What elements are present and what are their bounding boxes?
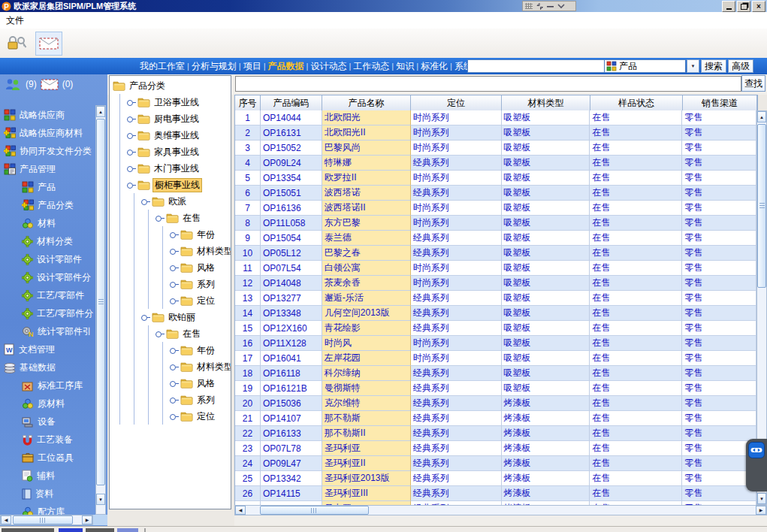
tree-node[interactable]: 卫浴事业线 <box>127 94 231 110</box>
sidebar-item-3[interactable]: 产品管理 <box>0 160 95 178</box>
table-row[interactable]: 3OP15052巴黎风尚时尚系列吸塑板在售零售 <box>235 141 756 156</box>
tree-node[interactable]: 年份 <box>170 342 231 358</box>
tree-node[interactable]: 年份 <box>170 226 231 243</box>
column-header-0[interactable]: 序号 <box>235 95 261 111</box>
sidebar-item-2[interactable]: 协同开发文件分类 <box>0 142 95 160</box>
tree-expander-icon[interactable] <box>127 131 135 140</box>
table-row[interactable]: 11OP07L54白领公寓时尚系列吸塑板在售零售 <box>235 261 756 276</box>
search-category-select[interactable]: 产品 <box>604 59 686 73</box>
tree-node[interactable]: 系列 <box>170 276 231 292</box>
sidebar-item-0[interactable]: 战略供应商 <box>0 106 95 124</box>
table-row[interactable]: 7OP16136波西塔诺II时尚系列吸塑板在售零售 <box>235 201 756 216</box>
column-header-1[interactable]: 产品编码 <box>261 95 322 111</box>
teamviewer-icon[interactable] <box>748 442 765 458</box>
tree-expander-icon[interactable] <box>170 231 178 239</box>
sidebar-item-9[interactable]: 设计零部件分 <box>0 268 95 286</box>
table-row[interactable]: 16OP11X128时尚风时尚系列吸塑板在售零售 <box>235 336 756 351</box>
sidebar-item-15[interactable]: 标准工序库 <box>0 376 95 394</box>
sidebar-item-12[interactable]: N统计零部件引 <box>0 322 95 340</box>
table-row[interactable]: 13OP13277邂逅-乐活经典系列吸塑板在售零售 <box>235 291 756 306</box>
tree-node[interactable]: 定位 <box>170 292 231 309</box>
table-row[interactable]: 9OP15054泰兰德经典系列吸塑板在售零售 <box>235 231 756 246</box>
advanced-search-button[interactable]: 高级 <box>728 59 753 73</box>
tree-node[interactable]: 定位 <box>170 408 231 425</box>
sidebar-item-14[interactable]: 基础数据 <box>0 358 95 376</box>
tree-expander-icon[interactable] <box>170 247 178 255</box>
nav-item-5[interactable]: 工作动态 <box>351 60 391 73</box>
table-row[interactable]: 10OP05L12巴黎之春经典系列吸塑板在售零售 <box>235 246 756 261</box>
tree-expander-icon[interactable] <box>156 214 164 222</box>
tree-expander-icon[interactable] <box>170 264 178 272</box>
nav-item-3[interactable]: 产品数据 <box>266 60 306 73</box>
table-row[interactable]: 17OP16041左岸花园时尚系列吸塑板在售零售 <box>235 351 756 366</box>
table-row[interactable]: 4OP09L24特琳娜经典系列吸塑板在售零售 <box>235 156 756 171</box>
table-row[interactable]: 24OP09L47圣玛利亚II经典系列烤漆板在售零售 <box>235 456 756 471</box>
table-row[interactable]: 1OP14044北欧阳光时尚系列吸塑板在售零售 <box>235 110 756 125</box>
global-search-input[interactable] <box>467 59 605 73</box>
table-row[interactable]: 8OP11L058东方巴黎时尚系列吸塑板在售零售 <box>235 216 756 231</box>
table-row[interactable]: 14OP13348几何空间2013版经典系列吸塑板在售零售 <box>235 306 756 321</box>
column-header-2[interactable]: 产品名称 <box>322 95 411 111</box>
tree-expander-icon[interactable] <box>170 413 178 421</box>
sidebar-item-22[interactable]: 配方库 <box>0 503 95 515</box>
table-row[interactable]: 18OP16118科尔缔纳经典系列吸塑板在售零售 <box>235 366 756 381</box>
tree-node[interactable]: 木门事业线 <box>127 160 231 177</box>
column-header-4[interactable]: 材料类型 <box>502 95 590 111</box>
tree-node[interactable]: 风格 <box>170 375 231 391</box>
nav-item-7[interactable]: 标准化 <box>418 60 450 73</box>
sidebar-item-10[interactable]: 工艺/零部件 <box>0 286 95 304</box>
sidebar-item-20[interactable]: 辅料 <box>0 467 95 485</box>
tree-node[interactable]: 橱柜事业线 <box>127 177 231 193</box>
scroll-thumb[interactable] <box>260 506 369 515</box>
sidebar-item-1[interactable]: 战略供应商材料 <box>0 124 95 142</box>
tree-node[interactable]: 欧派 <box>141 193 231 210</box>
sidebar-item-19[interactable]: 工位器具 <box>0 449 95 467</box>
table-row[interactable]: 15OP12X160青花绘影经典系列吸塑板在售零售 <box>235 321 756 336</box>
sidebar-item-4[interactable]: 产品 <box>0 178 95 196</box>
sidebar-item-8[interactable]: 设计零部件 <box>0 250 95 268</box>
table-row[interactable]: 21OP14107那不勒斯经典系列烤漆板在售零售 <box>235 411 756 426</box>
tree-node[interactable]: 产品分类 <box>113 77 231 94</box>
tree-node[interactable]: 系列 <box>170 391 231 408</box>
close-button[interactable]: × <box>752 1 765 12</box>
find-button[interactable]: 查找 <box>741 75 765 92</box>
column-header-6[interactable]: 销售渠道 <box>683 95 757 111</box>
tree-expander-icon[interactable] <box>170 379 178 388</box>
tree-node[interactable]: 厨电事业线 <box>127 110 231 127</box>
chevron-down-icon[interactable] <box>557 3 566 9</box>
scroll-right-button[interactable]: ▶ <box>82 515 92 524</box>
find-input[interactable] <box>235 76 741 92</box>
table-row[interactable]: 25OP13342圣玛利亚2013版经典系列烤漆板在售零售 <box>235 471 756 486</box>
tree-expander-icon[interactable] <box>170 363 178 371</box>
tree-node[interactable]: 材料类型 <box>170 358 231 375</box>
sidebar-item-7[interactable]: 材料分类 <box>0 232 95 250</box>
scroll-thumb[interactable] <box>96 119 105 485</box>
tree-node[interactable]: 在售 <box>156 210 231 226</box>
table-row[interactable]: 5OP13354欧罗拉II时尚系列吸塑板在售零售 <box>235 171 756 186</box>
sidebar-vscrollbar[interactable]: ▲ ▼ <box>95 105 106 515</box>
tree-expander-icon[interactable] <box>141 313 149 322</box>
scroll-down-button[interactable]: ▼ <box>757 493 766 504</box>
category-dropdown-button[interactable]: ▼ <box>687 59 699 73</box>
minimize-panel-icon[interactable] <box>547 5 554 8</box>
remote-assist-flyout[interactable] <box>746 439 767 491</box>
tree-expander-icon[interactable] <box>156 330 164 338</box>
scroll-up-button[interactable]: ▲ <box>96 106 105 117</box>
nav-item-4[interactable]: 设计动态 <box>308 60 349 73</box>
minimize-button[interactable] <box>722 1 735 12</box>
sidebar-item-17[interactable]: 设备 <box>0 413 95 431</box>
table-row[interactable]: 22OP16133那不勒斯II经典系列烤漆板在售零售 <box>235 426 756 441</box>
table-row[interactable]: 20OP15036克尔维特经典系列烤漆板在售零售 <box>235 396 756 411</box>
tree-node[interactable]: 风格 <box>170 259 231 276</box>
restore-button[interactable] <box>737 1 750 12</box>
sidebar-item-11[interactable]: 工艺/零部件分 <box>0 304 95 322</box>
table-row[interactable]: 19OP16121B曼彻斯特经典系列吸塑板在售零售 <box>235 381 756 396</box>
sidebar-item-18[interactable]: 工艺装备 <box>0 431 95 449</box>
sidebar-item-6[interactable]: 材料 <box>0 214 95 232</box>
table-row[interactable]: 6OP15051波西塔诺经典系列吸塑板在售零售 <box>235 186 756 201</box>
tree-expander-icon[interactable] <box>170 280 178 289</box>
tree-expander-icon[interactable] <box>141 198 149 206</box>
tree-expander-icon[interactable] <box>170 346 178 355</box>
table-row[interactable]: 2OP16131北欧阳光II时尚系列吸塑板在售零售 <box>235 125 756 141</box>
tree-expander-icon[interactable] <box>127 165 135 173</box>
